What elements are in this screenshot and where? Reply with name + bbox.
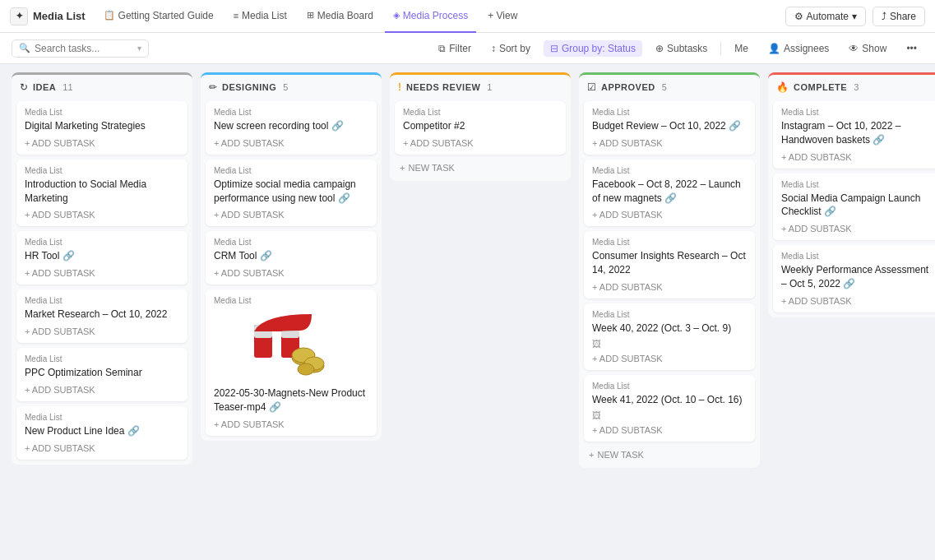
add-subtask-button[interactable]: + ADD SUBTASK: [25, 210, 179, 220]
sort-by-button[interactable]: ↕ Sort by: [484, 40, 537, 57]
add-subtask-button[interactable]: + ADD SUBTASK: [592, 354, 747, 363]
toolbar: 🔍 ▾ ⧉ Filter ↕ Sort by ⊟ Group by: Statu…: [0, 33, 935, 64]
tab-view[interactable]: + View: [479, 0, 525, 33]
group-icon: ⊟: [550, 43, 558, 54]
card-market-research[interactable]: Media List Market Research – Oct 10, 202…: [16, 289, 187, 343]
tab-getting-started[interactable]: 📋 Getting Started Guide: [95, 0, 222, 33]
tab-icon-media-list: ≡: [234, 11, 238, 21]
card-hr-tool[interactable]: Media List HR Tool 🔗 + ADD SUBTASK: [16, 231, 187, 285]
card-title: Consumer Insights Research – Oct 14, 202…: [592, 249, 747, 277]
card-title: Social Media Campaign Launch Checklist 🔗: [781, 192, 935, 220]
add-subtask-button[interactable]: + ADD SUBTASK: [25, 138, 179, 148]
show-button[interactable]: 👁 Show: [842, 40, 893, 57]
card-image: [214, 308, 368, 382]
card-magnets-teaser[interactable]: Media List: [206, 289, 377, 436]
add-subtask-button[interactable]: + ADD SUBTASK: [214, 210, 368, 220]
complete-count: 3: [854, 82, 859, 92]
idea-label: IDEA: [33, 82, 56, 92]
card-week40[interactable]: Media List Week 40, 2022 (Oct. 3 – Oct. …: [584, 303, 755, 370]
card-new-product-line[interactable]: Media List New Product Line Idea 🔗 + ADD…: [16, 406, 187, 460]
new-task-label: NEW TASK: [597, 450, 643, 460]
add-subtask-button[interactable]: + ADD SUBTASK: [25, 443, 179, 453]
card-budget-review[interactable]: Media List Budget Review – Oct 10, 2022 …: [584, 101, 755, 155]
add-subtask-button[interactable]: + ADD SUBTASK: [781, 152, 935, 162]
filter-button[interactable]: ⧉ Filter: [432, 40, 478, 57]
add-subtask-button[interactable]: + ADD SUBTASK: [25, 326, 179, 336]
column-header-designing: ✏ DESIGNING 5: [201, 72, 382, 98]
add-subtask-button[interactable]: + ADD SUBTASK: [592, 138, 747, 148]
search-chevron-icon: ▾: [137, 44, 141, 53]
idea-count: 11: [62, 82, 72, 92]
card-label: Media List: [781, 180, 935, 189]
search-input[interactable]: [35, 43, 133, 54]
card-competitor2[interactable]: Media List Competitor #2 + ADD SUBTASK: [395, 101, 566, 155]
tab-media-board[interactable]: ⊞ Media Board: [299, 0, 382, 33]
add-subtask-button[interactable]: + ADD SUBTASK: [781, 296, 935, 306]
share-button[interactable]: ⤴ Share: [873, 7, 925, 26]
add-subtask-button[interactable]: + ADD SUBTASK: [592, 282, 747, 292]
search-box[interactable]: 🔍 ▾: [12, 39, 149, 58]
card-digital-marketing[interactable]: Media List Digital Marketing Strategies …: [16, 101, 187, 155]
card-crm-tool[interactable]: Media List CRM Tool 🔗 + ADD SUBTASK: [206, 231, 377, 285]
tab-icon-getting-started: 📋: [104, 10, 115, 21]
group-by-button[interactable]: ⊟ Group by: Status: [544, 40, 642, 57]
add-subtask-button[interactable]: + ADD SUBTASK: [214, 419, 368, 429]
column-header-approved: ☑ APPROVED 5: [579, 72, 760, 98]
svg-point-9: [298, 363, 314, 375]
card-week41[interactable]: Media List Week 41, 2022 (Oct. 10 – Oct.…: [584, 375, 755, 442]
card-title: CRM Tool 🔗: [214, 249, 368, 263]
sort-icon: ↕: [491, 43, 496, 54]
add-subtask-button[interactable]: + ADD SUBTASK: [214, 268, 368, 278]
new-task-label: NEW TASK: [408, 163, 454, 173]
share-icon: ⤴: [882, 11, 886, 22]
card-facebook-oct8[interactable]: Media List Facebook – Oct 8, 2022 – Laun…: [584, 160, 755, 227]
card-social-media-campaign[interactable]: Media List Social Media Campaign Launch …: [773, 174, 935, 241]
add-subtask-button[interactable]: + ADD SUBTASK: [592, 425, 747, 435]
card-badge: 🖼: [592, 410, 747, 420]
tab-media-process[interactable]: ◈ Media Process: [385, 0, 476, 33]
column-idea: ↻ IDEA 11 Media List Digital Marketing S…: [12, 72, 192, 465]
new-task-button-approved[interactable]: + NEW TASK: [584, 447, 755, 463]
card-label: Media List: [592, 238, 747, 247]
new-task-button[interactable]: + NEW TASK: [395, 160, 566, 176]
new-task-icon: +: [589, 450, 594, 460]
card-optimize-social[interactable]: Media List Optimize social media campaig…: [206, 160, 377, 227]
add-subtask-button[interactable]: + ADD SUBTASK: [592, 210, 747, 220]
add-subtask-button[interactable]: + ADD SUBTASK: [25, 385, 179, 395]
more-options-button[interactable]: •••: [900, 40, 923, 57]
column-header-idea: ↻ IDEA 11: [12, 72, 192, 98]
card-screen-recording[interactable]: Media List New screen recording tool 🔗 +…: [206, 101, 377, 155]
app-title: Media List: [33, 10, 86, 22]
add-subtask-button[interactable]: + ADD SUBTASK: [214, 138, 368, 148]
me-button[interactable]: Me: [728, 40, 755, 57]
card-title: Facebook – Oct 8, 2022 – Launch of new m…: [592, 178, 747, 206]
toolbar-divider: [720, 42, 721, 55]
card-instagram[interactable]: Media List Instagram – Oct 10, 2022 – Ha…: [773, 101, 935, 169]
card-title: Instagram – Oct 10, 2022 – Handwoven bas…: [781, 119, 935, 147]
card-consumer-insights[interactable]: Media List Consumer Insights Research – …: [584, 231, 755, 299]
automate-label: Automate: [807, 11, 849, 22]
card-title: Introduction to Social Media Marketing: [25, 178, 179, 206]
subtasks-icon: ⊕: [655, 43, 664, 54]
card-ppc-seminar[interactable]: Media List PPC Optimization Seminar + AD…: [16, 348, 187, 401]
card-label: Media List: [214, 296, 368, 305]
tab-label-media-process: Media Process: [403, 10, 468, 21]
card-title: Digital Marketing Strategies: [25, 119, 179, 133]
tab-media-list[interactable]: ≡ Media List: [225, 0, 295, 33]
review-label: NEEDS REVIEW: [406, 82, 480, 92]
logo-icon: ✦: [10, 7, 28, 25]
add-subtask-button[interactable]: + ADD SUBTASK: [25, 268, 179, 278]
toolbar-right: ⧉ Filter ↕ Sort by ⊟ Group by: Status ⊕ …: [432, 40, 923, 57]
assignees-button[interactable]: 👤 Assignees: [761, 40, 835, 57]
card-weekly-performance[interactable]: Media List Weekly Performance Assessment…: [773, 245, 935, 312]
card-label: Media List: [781, 108, 935, 117]
automate-button[interactable]: ⚙ Automate ▾: [785, 7, 866, 26]
add-subtask-button[interactable]: + ADD SUBTASK: [403, 138, 558, 148]
subtasks-button[interactable]: ⊕ Subtasks: [649, 40, 714, 57]
card-intro-social-media[interactable]: Media List Introduction to Social Media …: [16, 160, 187, 227]
card-title: 2022-05-30-Magnets-New Product Teaser-mp…: [214, 386, 368, 414]
top-navigation: ✦ Media List 📋 Getting Started Guide ≡ M…: [0, 0, 935, 33]
card-label: Media List: [592, 310, 747, 319]
add-subtask-button[interactable]: + ADD SUBTASK: [781, 224, 935, 234]
designing-column-body: Media List New screen recording tool 🔗 +…: [201, 98, 382, 441]
